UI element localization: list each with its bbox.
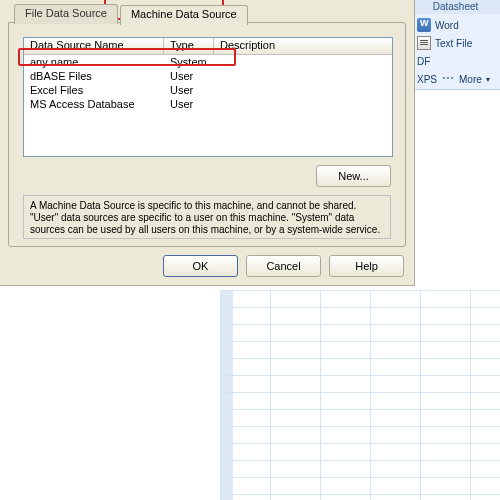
row-desc — [214, 97, 392, 111]
tab-page-machine: Data Source Name Type Description any na… — [8, 22, 406, 247]
tab-file-data-source[interactable]: File Data Source — [14, 4, 118, 24]
ribbon-word-label: Word — [435, 20, 459, 31]
cancel-button[interactable]: Cancel — [246, 255, 321, 277]
spreadsheet-grid — [220, 290, 500, 500]
table-row[interactable]: Excel Files User — [24, 83, 392, 97]
select-data-source-dialog: File Data Source Machine Data Source Dat… — [0, 0, 415, 286]
col-header-name[interactable]: Data Source Name — [24, 38, 164, 54]
help-button[interactable]: Help — [329, 255, 404, 277]
row-desc — [214, 55, 392, 69]
row-desc — [214, 83, 392, 97]
tabstrip: File Data Source Machine Data Source — [0, 2, 414, 24]
table-row[interactable]: MS Access Database User — [24, 97, 392, 111]
help-label: Help — [355, 260, 378, 272]
row-type: User — [164, 83, 214, 97]
ribbon-export-textfile[interactable]: Text File — [413, 34, 498, 52]
chevron-down-icon: ▾ — [486, 75, 490, 84]
tab-machine-label: Machine Data Source — [131, 8, 237, 20]
data-source-list[interactable]: Data Source Name Type Description any na… — [23, 37, 393, 157]
list-body: any name System dBASE Files User Excel F… — [24, 55, 392, 111]
ok-button[interactable]: OK — [163, 255, 238, 277]
explain-text: A Machine Data Source is specific to thi… — [23, 195, 391, 239]
row-name: dBASE Files — [24, 69, 164, 83]
row-type: User — [164, 69, 214, 83]
ok-label: OK — [193, 260, 209, 272]
ribbon-xps-short: XPS — [417, 74, 437, 85]
tab-file-label: File Data Source — [25, 7, 107, 19]
row-type: System — [164, 55, 214, 69]
tab-machine-data-source[interactable]: Machine Data Source — [120, 5, 248, 25]
row-type: User — [164, 97, 214, 111]
list-header-row: Data Source Name Type Description — [24, 38, 392, 55]
ribbon-pdf-short: DF — [417, 56, 430, 67]
table-row[interactable]: dBASE Files User — [24, 69, 392, 83]
more-icon: ⋯ — [441, 72, 455, 86]
table-row[interactable]: any name System — [24, 55, 392, 69]
ribbon-export-pdf[interactable]: DF — [413, 52, 498, 70]
ribbon-export-xps[interactable]: XPS ⋯ More ▾ — [413, 70, 498, 88]
textfile-icon — [417, 36, 431, 50]
col-header-desc[interactable]: Description — [214, 38, 392, 54]
dialog-button-row: OK Cancel Help — [163, 255, 404, 277]
row-name: any name — [24, 55, 164, 69]
new-button[interactable]: New... — [316, 165, 391, 187]
ribbon-textfile-label: Text File — [435, 38, 472, 49]
ribbon-export-word[interactable]: Word — [413, 16, 498, 34]
row-name: Excel Files — [24, 83, 164, 97]
cancel-label: Cancel — [266, 260, 300, 272]
col-header-type[interactable]: Type — [164, 38, 214, 54]
ribbon-fragment: Datasheet Word Text File DF XPS ⋯ More ▾ — [410, 0, 500, 90]
ribbon-more-label: More — [459, 74, 482, 85]
row-desc — [214, 69, 392, 83]
ribbon-group-title: Datasheet — [411, 0, 500, 14]
row-name: MS Access Database — [24, 97, 164, 111]
word-icon — [417, 18, 431, 32]
new-button-label: New... — [338, 170, 369, 182]
